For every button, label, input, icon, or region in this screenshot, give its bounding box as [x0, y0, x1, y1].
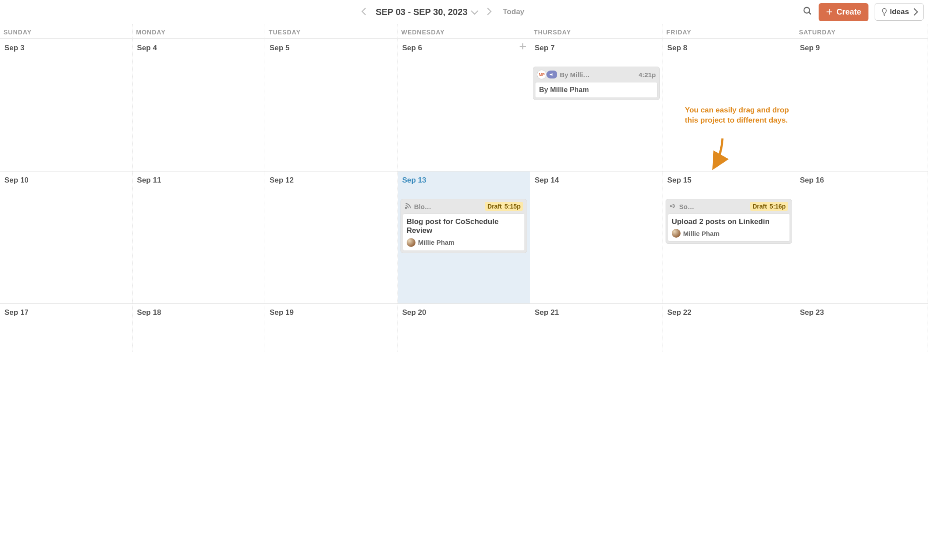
card-assignee: Millie Pham — [672, 229, 786, 238]
day-header: THURSDAY — [530, 24, 663, 39]
calendar-card[interactable]: Blo… Draft5:15p Blog post for CoSchedule… — [400, 199, 528, 253]
calendar-cell[interactable]: Sep 4 — [133, 39, 266, 171]
card-type-label: By Milli… — [560, 71, 590, 78]
card-time: 4:21p — [639, 71, 656, 78]
day-number: Sep 23 — [798, 307, 925, 318]
calendar-cell[interactable]: Sep 10 — [0, 171, 133, 303]
today-button[interactable]: Today — [503, 7, 524, 16]
day-number: Sep 16 — [798, 175, 925, 186]
svg-point-0 — [804, 7, 810, 13]
add-item-button[interactable]: + — [519, 42, 526, 51]
search-button[interactable] — [803, 6, 812, 18]
day-number: Sep 12 — [268, 175, 395, 186]
lightbulb-icon — [881, 8, 887, 16]
ideas-button[interactable]: Ideas — [875, 3, 924, 21]
day-number: Sep 5 — [268, 43, 395, 53]
plus-icon — [826, 8, 833, 15]
calendar-cell[interactable]: Sep 18 — [133, 303, 266, 352]
day-header: TUESDAY — [265, 24, 398, 39]
day-number: Sep 10 — [3, 175, 130, 186]
bullhorn-icon — [546, 71, 557, 78]
calendar-cell[interactable]: Sep 16 — [795, 171, 928, 303]
svg-line-1 — [809, 12, 811, 15]
calendar-cell[interactable]: Sep 6+ — [398, 39, 531, 171]
card-title: Blog post for CoSchedule Review — [407, 217, 521, 235]
date-nav: SEP 03 - SEP 30, 2023 Today — [84, 7, 803, 17]
day-header: WEDNESDAY — [398, 24, 531, 39]
date-range-button[interactable]: SEP 03 - SEP 30, 2023 — [376, 7, 477, 17]
day-number: Sep 8 — [666, 43, 793, 53]
calendar-cell[interactable]: Sep 5 — [265, 39, 398, 171]
avatar-icon: MP — [537, 70, 546, 79]
card-body-text: By Millie Pham — [539, 86, 654, 94]
calendar-cell[interactable]: Sep 3 — [0, 39, 133, 171]
calendar-cell[interactable]: Sep 20 — [398, 303, 531, 352]
topbar-tools: Create Ideas — [803, 3, 924, 21]
create-button[interactable]: Create — [819, 3, 868, 21]
calendar-cell[interactable]: Sep 7 MP By Milli… 4:21p By Millie Pham — [530, 39, 663, 171]
calendar-cell[interactable]: Sep 17 — [0, 303, 133, 352]
bullhorn-icon — [670, 202, 677, 211]
topbar: SEP 03 - SEP 30, 2023 Today Create Ideas — [0, 0, 928, 24]
day-number: Sep 22 — [666, 307, 793, 318]
chevron-left-icon — [361, 8, 369, 15]
calendar-cell[interactable]: Sep 9 — [795, 39, 928, 171]
calendar-cell[interactable]: Sep 8You can easily drag and drop this p… — [663, 39, 796, 171]
status-badge: Draft5:16p — [750, 202, 788, 211]
calendar-cell[interactable]: Sep 11 — [133, 171, 266, 303]
chevron-down-icon — [471, 7, 478, 15]
day-header: FRIDAY — [663, 24, 796, 39]
annotation-arrow-icon — [705, 136, 731, 172]
calendar-cell[interactable]: Sep 22 — [663, 303, 796, 352]
day-number: Sep 14 — [533, 175, 660, 186]
chevron-right-icon — [911, 8, 918, 16]
day-number: Sep 9 — [798, 43, 925, 53]
chevron-right-icon — [484, 8, 491, 15]
date-range-label: SEP 03 - SEP 30, 2023 — [376, 7, 468, 17]
day-header: SATURDAY — [795, 24, 928, 39]
day-number: Sep 19 — [268, 307, 395, 318]
day-number: Sep 6 — [400, 43, 528, 53]
day-number: Sep 3 — [3, 43, 130, 53]
calendar-cell[interactable]: Sep 14 — [530, 171, 663, 303]
search-icon — [803, 6, 812, 16]
annotation-callout: You can easily drag and drop this projec… — [685, 105, 804, 126]
calendar-cell[interactable]: Sep 19 — [265, 303, 398, 352]
card-type-label: Blo… — [414, 203, 431, 210]
day-number: Sep 18 — [135, 307, 262, 318]
day-number: Sep 7 — [533, 43, 660, 53]
avatar — [672, 229, 681, 238]
calendar-cell[interactable]: Sep 21 — [530, 303, 663, 352]
svg-point-4 — [405, 207, 407, 209]
card-type-label: Soc… — [679, 203, 698, 210]
calendar-cell[interactable]: Sep 12 — [265, 171, 398, 303]
calendar-cell[interactable]: Sep 23 — [795, 303, 928, 352]
card-assignee: Millie Pham — [407, 238, 521, 247]
rss-icon — [404, 202, 412, 211]
day-number: Sep 4 — [135, 43, 262, 53]
next-period-button[interactable] — [485, 8, 490, 16]
day-number: Sep 20 — [400, 307, 528, 318]
status-badge: Draft5:15p — [485, 202, 523, 211]
prev-period-button[interactable] — [363, 8, 368, 16]
day-header: SUNDAY — [0, 24, 133, 39]
day-number: Sep 17 — [3, 307, 130, 318]
day-number: Sep 21 — [533, 307, 660, 318]
calendar-card[interactable]: MP By Milli… 4:21p By Millie Pham — [533, 67, 660, 100]
calendar-cell[interactable]: Sep 13 Blo… Draft5:15p Blog post for CoS… — [398, 171, 531, 303]
avatar — [407, 238, 415, 247]
day-header: MONDAY — [133, 24, 266, 39]
day-number: Sep 13 — [400, 175, 528, 186]
day-number: Sep 15 — [666, 175, 793, 186]
calendar-cell[interactable]: Sep 15 Soc… Draft5:16p Upload 2 posts on… — [663, 171, 796, 303]
day-number: Sep 11 — [135, 175, 262, 186]
card-title: Upload 2 posts on Linkedin — [672, 217, 786, 226]
calendar-card[interactable]: Soc… Draft5:16p Upload 2 posts on Linked… — [666, 199, 793, 244]
